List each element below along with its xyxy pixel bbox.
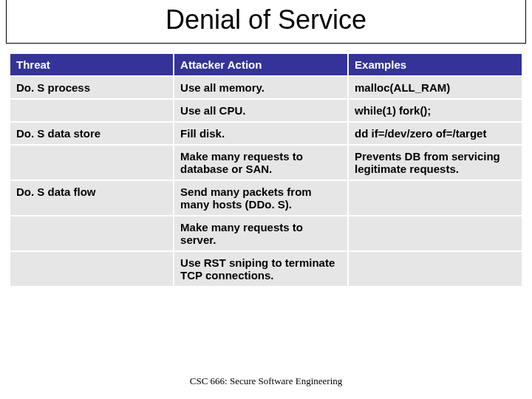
table-row: Do. S process Use all memory. malloc(ALL…: [10, 76, 522, 99]
cell-action: Fill disk.: [174, 122, 348, 145]
cell-example: dd if=/dev/zero of=/target: [348, 122, 522, 145]
cell-example: [348, 216, 522, 251]
cell-action: Use all memory.: [174, 76, 348, 99]
cell-action: Send many packets from many hosts (DDo. …: [174, 180, 348, 216]
dos-table: Threat Attacker Action Examples Do. S pr…: [9, 52, 523, 287]
table-header-row: Threat Attacker Action Examples: [10, 53, 522, 76]
cell-action: Use all CPU.: [174, 99, 348, 122]
table-row: Make many requests to database or SAN. P…: [10, 145, 522, 180]
cell-action: Make many requests to server.: [174, 216, 348, 251]
col-header-threat: Threat: [10, 53, 174, 76]
cell-threat: [10, 99, 174, 122]
cell-example: Prevents DB from servicing legitimate re…: [348, 145, 522, 180]
cell-example: [348, 180, 522, 216]
cell-example: [348, 251, 522, 287]
title-bar: Denial of Service: [6, 0, 526, 44]
table-row: Make many requests to server.: [10, 216, 522, 251]
col-header-action: Attacker Action: [174, 53, 348, 76]
cell-threat: [10, 251, 174, 287]
footer-text: CSC 666: Secure Software Engineering: [0, 375, 532, 387]
col-header-examples: Examples: [348, 53, 522, 76]
table-row: Do. S data flow Send many packets from m…: [10, 180, 522, 216]
page-title: Denial of Service: [7, 4, 525, 35]
cell-threat: [10, 145, 174, 180]
cell-example: malloc(ALL_RAM): [348, 76, 522, 99]
table-row: Do. S data store Fill disk. dd if=/dev/z…: [10, 122, 522, 145]
cell-action: Make many requests to database or SAN.: [174, 145, 348, 180]
table-row: Use RST sniping to terminate TCP connect…: [10, 251, 522, 287]
cell-threat: Do. S process: [10, 76, 174, 99]
cell-example: while(1) fork();: [348, 99, 522, 122]
cell-threat: Do. S data store: [10, 122, 174, 145]
cell-action: Use RST sniping to terminate TCP connect…: [174, 251, 348, 287]
cell-threat: [10, 216, 174, 251]
table-row: Use all CPU. while(1) fork();: [10, 99, 522, 122]
cell-threat: Do. S data flow: [10, 180, 174, 216]
